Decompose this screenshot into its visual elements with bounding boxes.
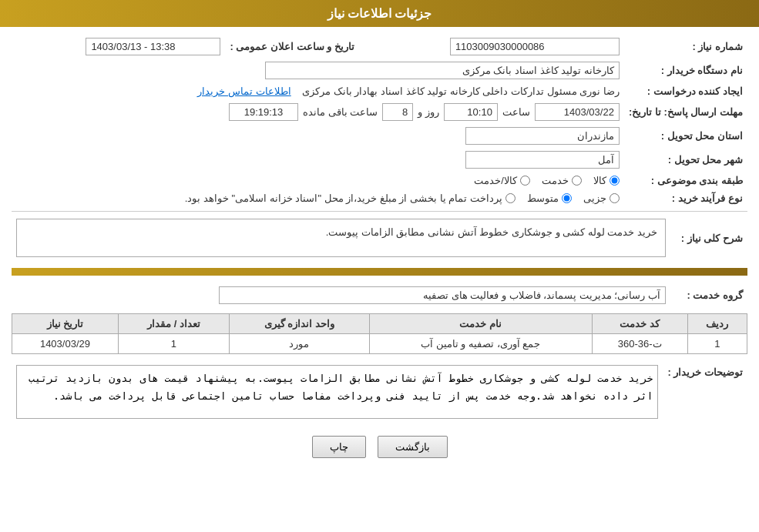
need-number-label: شماره نیاز : [624, 35, 747, 59]
category-label-both: کالا/خدمت [474, 175, 517, 186]
service-group-value: آب رسانی؛ مدیریت پسماند، فاضلاب و فعالیت… [12, 283, 670, 307]
deadline-time-box: 10:10 [444, 103, 498, 121]
purchase-radio-motavasset[interactable] [562, 193, 572, 203]
col-date: تاریخ نیاز [12, 314, 119, 334]
back-button[interactable]: بازگشت [378, 436, 448, 458]
send-deadline-value: 1403/03/22 ساعت 10:10 روز و 8 ساعت باقی … [12, 100, 624, 124]
announce-datetime-value: 1403/03/13 - 13:38 [12, 35, 225, 59]
cell-qty: 1 [118, 334, 229, 354]
service-group-table: گروه خدمت : آب رسانی؛ مدیریت پسماند، فاض… [12, 283, 747, 307]
category-option-kala: کالا [593, 175, 620, 186]
cell-name: جمع آوری، تصفیه و تامین آب [369, 334, 592, 354]
purchase-label-motavasset: متوسط [527, 192, 559, 204]
category-label: طبقه بندی موضوعی : [624, 172, 747, 189]
col-name: نام خدمت [369, 314, 592, 334]
requester-box: کارخانه تولید کاغذ اسناد بانک مرکزی [265, 62, 620, 79]
content-area: شماره نیاز : 1103009030000086 تاریخ و سا… [0, 27, 759, 477]
category-value: کالا خدمت کالا/خدمت [12, 172, 624, 189]
page-container: جزئیات اطلاعات نیاز شماره نیاز : 1103009… [0, 0, 759, 532]
need-number-box: 1103009030000086 [450, 38, 620, 55]
description-box: خرید خدمت لوله کشی و جوشکاری خطوط آتش نش… [16, 219, 666, 257]
creator-value: رضا نوری مسئول تداركات داخلی کارخانه تول… [12, 82, 624, 100]
category-radio-group: کالا خدمت کالا/خدمت [16, 175, 620, 186]
deadline-days-label: روز و [418, 106, 439, 118]
cell-unit: مورد [230, 334, 370, 354]
service-group-box: آب رسانی؛ مدیریت پسماند، فاضلاب و فعالیت… [219, 286, 666, 304]
services-table: ردیف کد خدمت نام خدمت واحد اندازه گیری ت… [12, 313, 747, 354]
page-title: جزئیات اطلاعات نیاز [0, 0, 759, 27]
requester-value: کارخانه تولید کاغذ اسناد بانک مرکزی [12, 59, 624, 82]
category-radio-service[interactable] [572, 176, 582, 186]
deadline-date-box: 1403/03/22 [535, 103, 620, 121]
notes-table: توضیحات خریدار : [12, 362, 747, 424]
category-radio-kala[interactable] [610, 176, 620, 186]
purchase-type-label: نوع فرآیند خرید : [624, 189, 747, 207]
category-option-both: کالا/خدمت [474, 175, 530, 186]
description-table: شرح کلی نیاز : خرید خدمت لوله کشی و جوشک… [12, 216, 747, 260]
col-code: کد خدمت [592, 314, 687, 334]
deadline-time-label: ساعت [502, 106, 530, 118]
purchase-note-text: پرداخت تمام یا بخشی از مبلغ خرید،از محل … [185, 192, 502, 204]
creator-link[interactable]: اطلاعات تماس خریدار [197, 85, 291, 97]
top-info-table: شماره نیاز : 1103009030000086 تاریخ و سا… [12, 35, 747, 207]
category-radio-both[interactable] [520, 176, 530, 186]
purchase-type-jozii: جزیی [583, 192, 620, 204]
notes-label: توضیحات خریدار : [663, 362, 747, 424]
need-number-value: 1103009030000086 [359, 35, 624, 59]
announce-datetime-box: 1403/03/13 - 13:38 [86, 38, 220, 55]
send-deadline-label: مهلت ارسال پاسخ: تا تاریخ: [624, 100, 747, 124]
service-group-label: گروه خدمت : [670, 283, 747, 307]
city-box: آمل [465, 151, 620, 169]
col-qty: تعداد / مقدار [118, 314, 229, 334]
cell-code: ت-36-360 [592, 334, 687, 354]
purchase-radio-esnad[interactable] [505, 193, 516, 203]
city-value: آمل [12, 148, 624, 172]
print-button[interactable]: چاپ [312, 436, 366, 458]
purchase-type-esnad: پرداخت تمام یا بخشی از مبلغ خرید،از محل … [185, 192, 516, 204]
category-label-service: خدمت [542, 175, 569, 186]
buttons-row: بازگشت چاپ [12, 436, 747, 470]
notes-value [12, 362, 663, 424]
col-row: ردیف [687, 314, 747, 334]
table-row: 1 ت-36-360 جمع آوری، تصفیه و تامین آب مو… [12, 334, 747, 354]
notes-textarea [16, 365, 658, 419]
header-title: جزئیات اطلاعات نیاز [327, 7, 432, 20]
deadline-days-box: 8 [382, 103, 413, 121]
creator-text: رضا نوری مسئول تداركات داخلی کارخانه تول… [302, 85, 620, 97]
creator-label: ایجاد کننده درخواست : [624, 82, 747, 100]
province-label: استان محل تحویل : [624, 124, 747, 148]
announce-datetime-label: تاریخ و ساعت اعلان عمومی : [225, 35, 358, 59]
remaining-label: ساعت باقی مانده [303, 106, 378, 118]
description-label: شرح کلی نیاز : [670, 216, 747, 260]
cell-row: 1 [687, 334, 747, 354]
purchase-type-radio-group: جزیی متوسط پرداخت تمام یا بخشی از مبلغ خ… [16, 192, 620, 204]
category-option-service: خدمت [542, 175, 582, 186]
purchase-radio-jozii[interactable] [610, 193, 620, 203]
col-unit: واحد اندازه گیری [230, 314, 370, 334]
purchase-type-value: جزیی متوسط پرداخت تمام یا بخشی از مبلغ خ… [12, 189, 624, 207]
services-section-title [12, 268, 747, 276]
purchase-label-jozii: جزیی [583, 192, 606, 204]
cell-date: 1403/03/29 [12, 334, 119, 354]
purchase-type-motavasset: متوسط [527, 192, 572, 204]
category-label-kala: کالا [593, 175, 606, 186]
city-label: شهر محل تحویل : [624, 148, 747, 172]
requester-label: نام دستگاه خریدار : [624, 59, 747, 82]
remaining-time-box: 19:19:13 [229, 103, 298, 121]
province-box: مازندران [465, 127, 620, 145]
province-value: مازندران [12, 124, 624, 148]
description-value: خرید خدمت لوله کشی و جوشکاری خطوط آتش نش… [12, 216, 670, 260]
